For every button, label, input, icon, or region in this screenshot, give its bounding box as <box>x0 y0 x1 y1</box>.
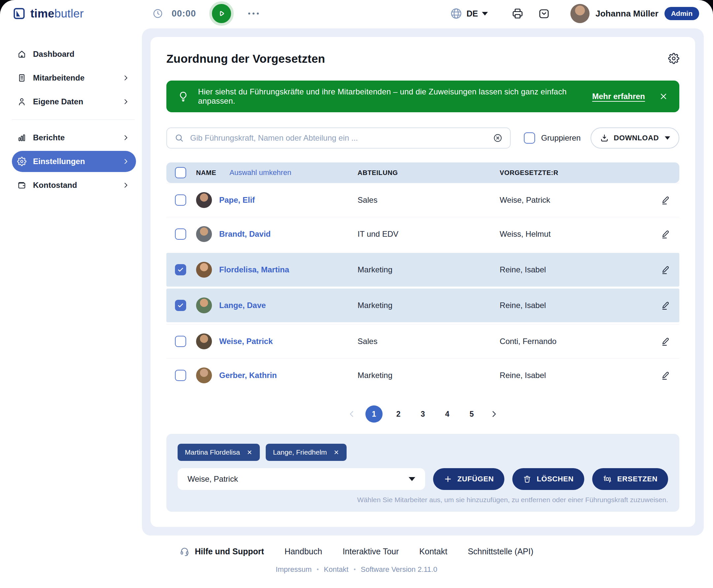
department-cell: Marketing <box>358 371 499 380</box>
row-checkbox[interactable] <box>175 229 186 240</box>
sidebar: Dashboard Mitarbeitende Eigene Daten <box>0 27 142 536</box>
delete-button-label: LÖSCHEN <box>537 475 574 483</box>
sidebar-item-label: Mitarbeitende <box>33 73 85 83</box>
selected-chip[interactable]: Lange, Friedhelm <box>266 444 347 461</box>
department-cell: Marketing <box>358 265 499 274</box>
more-options-icon[interactable] <box>248 13 259 15</box>
imprint-link[interactable]: Impressum <box>276 565 311 574</box>
page-number-2[interactable]: 2 <box>390 405 407 423</box>
footer-link-handbuch[interactable]: Handbuch <box>284 547 322 556</box>
edit-pencil-icon[interactable] <box>661 195 671 205</box>
row-checkbox[interactable] <box>175 194 186 206</box>
remove-chip-icon[interactable] <box>246 449 253 455</box>
invert-selection-link[interactable]: Auswahl umkehren <box>230 168 291 177</box>
employee-name-link[interactable]: Pape, Elif <box>219 195 255 205</box>
footer-link-tour[interactable]: Interaktive Tour <box>343 547 399 556</box>
edit-pencil-icon[interactable] <box>661 265 671 275</box>
clock-icon <box>152 8 163 19</box>
replace-button[interactable]: ERSETZEN <box>592 468 668 490</box>
supervisor-cell: Weise, Patrick <box>500 195 652 205</box>
edit-pencil-icon[interactable] <box>661 229 671 239</box>
employee-name-link[interactable]: Lange, Dave <box>219 301 266 310</box>
footer-link-kontakt[interactable]: Kontakt <box>419 547 447 556</box>
group-label: Gruppieren <box>541 133 581 143</box>
main-layout: Dashboard Mitarbeitende Eigene Daten <box>0 27 713 536</box>
sidebar-item-berichte[interactable]: Berichte <box>12 127 136 148</box>
row-checkbox[interactable] <box>175 370 186 381</box>
sidebar-item-kontostand[interactable]: Kontostand <box>12 175 136 196</box>
footer-link-api[interactable]: Schnittstelle (API) <box>468 547 534 556</box>
close-icon[interactable] <box>659 92 668 101</box>
sidebar-item-einstellungen[interactable]: Einstellungen <box>12 151 136 172</box>
person-icon <box>17 97 26 106</box>
chip-label: Martina Flordelisa <box>185 448 240 456</box>
content-area: Zuordnung der Vorgesetzten Hier siehst d… <box>142 28 704 536</box>
select-value: Weise, Patrick <box>188 475 238 484</box>
column-header-name: NAME <box>196 169 216 176</box>
download-button[interactable]: DOWNLOAD <box>590 127 679 149</box>
employee-name-link[interactable]: Flordelisa, Martina <box>219 265 289 274</box>
user-menu[interactable]: Johanna Müller Admin <box>570 4 699 23</box>
help-support-link[interactable]: Hilfe und Support <box>179 547 264 556</box>
employee-name-link[interactable]: Gerber, Kathrin <box>219 371 277 380</box>
globe-icon <box>450 7 462 20</box>
avatar <box>196 192 212 208</box>
card-header: Zuordnung der Vorgesetzten <box>166 52 679 65</box>
page-number-1[interactable]: 1 <box>365 405 383 423</box>
selected-chip[interactable]: Martina Flordelisa <box>178 444 260 461</box>
page-title: Zuordnung der Vorgesetzten <box>166 52 325 65</box>
home-icon <box>17 49 26 59</box>
page-number-3[interactable]: 3 <box>414 405 431 423</box>
sidebar-item-mitarbeitende[interactable]: Mitarbeitende <box>12 67 136 88</box>
search-input[interactable] <box>190 133 488 143</box>
edit-pencil-icon[interactable] <box>661 336 671 346</box>
dot-separator <box>317 568 319 570</box>
previous-page-icon[interactable] <box>346 410 358 418</box>
sidebar-item-eigene-daten[interactable]: Eigene Daten <box>12 91 136 112</box>
group-checkbox[interactable] <box>524 132 535 144</box>
edit-pencil-icon[interactable] <box>661 371 671 380</box>
software-version: Software Version 2.11.0 <box>361 565 437 574</box>
edit-pencil-icon[interactable] <box>661 300 671 310</box>
timer-value: 00:00 <box>172 8 196 19</box>
brand-light: butler <box>55 7 84 20</box>
role-badge: Admin <box>665 7 699 20</box>
sidebar-item-label: Eigene Daten <box>33 97 83 106</box>
banner-text: Hier siehst du Führungskräfte und ihre M… <box>198 87 575 106</box>
inbox-button[interactable] <box>538 7 550 20</box>
add-button[interactable]: ZUFÜGEN <box>433 468 505 490</box>
employee-name-link[interactable]: Weise, Patrick <box>219 337 273 346</box>
panel-controls: Weise, Patrick ZUFÜGEN <box>178 468 668 490</box>
brand-logo[interactable]: timebutler <box>13 7 130 20</box>
remove-chip-icon[interactable] <box>333 449 339 455</box>
print-button[interactable] <box>512 7 523 20</box>
row-checkbox[interactable] <box>175 264 186 275</box>
next-page-icon[interactable] <box>488 410 500 418</box>
info-banner: Hier siehst du Führungskräfte und ihre M… <box>166 81 679 112</box>
start-timer-button[interactable] <box>209 1 234 26</box>
page-number-5[interactable]: 5 <box>463 405 480 423</box>
settings-gear-icon[interactable] <box>668 53 679 64</box>
headset-icon <box>179 547 190 556</box>
employee-name-link[interactable]: Brandt, David <box>219 229 271 239</box>
employees-icon <box>17 73 26 83</box>
delete-button[interactable]: LÖSCHEN <box>512 468 584 490</box>
row-checkbox[interactable] <box>175 300 186 311</box>
sidebar-item-dashboard[interactable]: Dashboard <box>12 44 136 65</box>
select-all-checkbox[interactable] <box>175 167 186 178</box>
table-row: Lange, Dave Marketing Reine, Isabel <box>166 289 679 322</box>
clear-search-icon[interactable] <box>493 133 503 143</box>
banner-learn-more-link[interactable]: Mehr erfahren <box>592 92 645 101</box>
contact-link[interactable]: Kontakt <box>324 565 349 574</box>
page-number-4[interactable]: 4 <box>439 405 456 423</box>
panel-hint-text: Wählen Sie Mitarbeiter aus, um sie hinzu… <box>178 496 668 504</box>
row-checkbox[interactable] <box>175 336 186 347</box>
department-cell: Marketing <box>358 301 499 310</box>
supervisor-select[interactable]: Weise, Patrick <box>178 468 425 490</box>
replace-button-label: ERSETZEN <box>617 475 657 483</box>
language-selector[interactable]: DE <box>450 7 488 20</box>
supervisor-assignment-card: Zuordnung der Vorgesetzten Hier siehst d… <box>151 37 695 527</box>
user-name: Johanna Müller <box>596 8 658 19</box>
wallet-icon <box>17 181 26 190</box>
app-window: timebutler 00:00 DE <box>0 0 713 588</box>
